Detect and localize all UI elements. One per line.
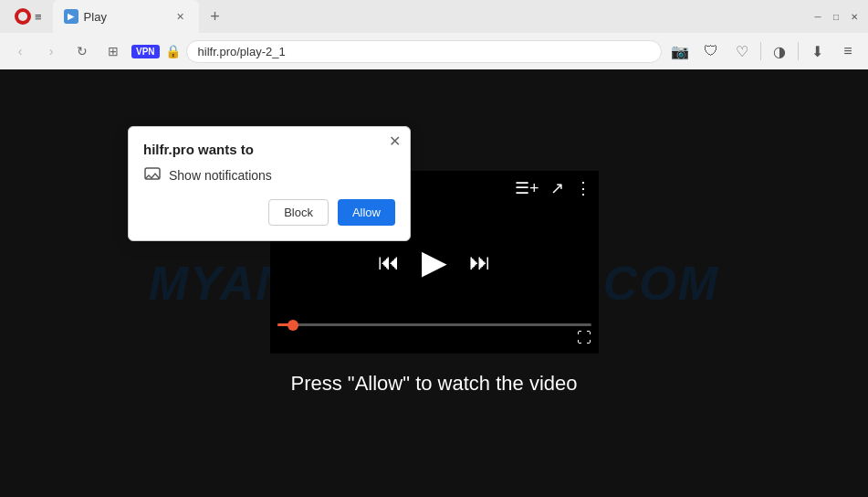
block-button[interactable]: Block (268, 199, 329, 226)
fullscreen-button[interactable]: ⛶ (577, 330, 591, 346)
maximize-button[interactable]: □ (830, 10, 842, 23)
address-bar: ‹ › ↻ ⊞ VPN 🔒 hilfr.pro/play-2_1 📷 🛡 ♡ ◑… (0, 33, 868, 69)
vpn-badge[interactable]: VPN (131, 45, 160, 58)
divider2 (798, 42, 799, 60)
url-text: hilfr.pro/play-2_1 (198, 45, 286, 58)
video-top-controls: ☰+ ↗ ⋮ (515, 178, 591, 198)
ssl-icon: 🔒 (165, 44, 181, 58)
more-icon[interactable]: ⋮ (575, 178, 591, 198)
video-center-controls: ⏮ ▶ ⏭ (378, 243, 491, 281)
tab-title: Play (84, 10, 168, 24)
url-field[interactable]: hilfr.pro/play-2_1 (186, 40, 662, 63)
popup-permission-row: Show notifications (143, 166, 395, 185)
tabs-grid-button[interactable]: ⊞ (100, 38, 126, 64)
back-button[interactable]: ‹ (7, 38, 33, 64)
active-tab[interactable]: ▶ Play ✕ (53, 0, 199, 33)
press-allow-text: Press "Allow" to watch the video (291, 372, 578, 396)
heart-icon[interactable]: ♡ (729, 38, 755, 64)
browser-menu-icon[interactable]: ≡ (835, 38, 861, 64)
tab-bar: ≡ ▶ Play ✕ + ─ □ ✕ (0, 0, 868, 33)
opera-logo-icon (15, 8, 31, 25)
wallet-icon[interactable]: ◑ (767, 38, 792, 64)
popup-actions: Block Allow (143, 199, 395, 226)
forward-button[interactable]: › (38, 38, 64, 64)
notification-permission-icon (143, 166, 162, 185)
skip-forward-button[interactable]: ⏭ (469, 249, 491, 275)
tab-bar-right: ─ □ ✕ (811, 10, 861, 23)
browser-chrome: ≡ ▶ Play ✕ + ─ □ ✕ ‹ › ↻ ⊞ VPN 🔒 hilfr.p… (0, 0, 868, 69)
page-content: MYANTISPYWARE.COM ☰+ ↗ ⋮ ⏮ ▶ ⏭ ⛶ Press "… (0, 69, 868, 497)
popup-title: hilfr.pro wants to (143, 142, 395, 157)
popup-close-button[interactable]: ✕ (389, 134, 401, 149)
address-bar-right-icons: 📷 🛡 ♡ ◑ ⬇ ≡ (667, 38, 861, 64)
minimize-button[interactable]: ─ (811, 10, 824, 23)
notification-permission-popup: ✕ hilfr.pro wants to Show notifications … (128, 126, 411, 241)
tab-close-button[interactable]: ✕ (173, 9, 188, 24)
video-progress-bar[interactable] (277, 323, 591, 326)
close-window-button[interactable]: ✕ (848, 10, 861, 23)
refresh-button[interactable]: ↻ (69, 38, 95, 64)
download-icon[interactable]: ⬇ (804, 38, 830, 64)
share-icon[interactable]: ↗ (550, 178, 564, 198)
allow-button[interactable]: Allow (338, 199, 395, 226)
camera-icon[interactable]: 📷 (667, 38, 693, 64)
shield-icon[interactable]: 🛡 (698, 38, 724, 64)
progress-dot (288, 320, 298, 331)
permission-label: Show notifications (169, 168, 272, 183)
queue-icon[interactable]: ☰+ (515, 178, 539, 198)
window-controls: ─ □ ✕ (811, 10, 861, 23)
progress-filled (277, 323, 293, 326)
divider (760, 42, 761, 60)
new-tab-button[interactable]: + (203, 4, 228, 29)
opera-menu-button[interactable]: ≡ (7, 5, 49, 28)
play-button[interactable]: ▶ (422, 243, 447, 281)
menu-label: ≡ (35, 10, 42, 24)
skip-back-button[interactable]: ⏮ (378, 249, 400, 275)
tab-favicon-icon: ▶ (64, 9, 78, 24)
